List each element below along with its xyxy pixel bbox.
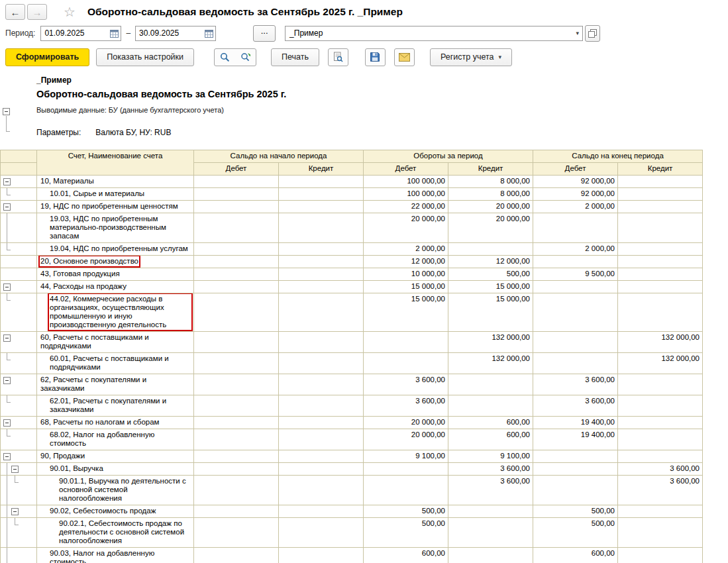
value-cell[interactable] xyxy=(279,429,364,450)
account-cell[interactable]: 10.01, Сырье и материалы xyxy=(37,188,194,201)
account-cell[interactable]: 68.02, Налог на добавленную стоимость xyxy=(37,429,194,450)
variant-combo[interactable]: _Пример ▾ xyxy=(285,26,583,41)
account-cell[interactable]: 20, Основное производство xyxy=(37,256,194,268)
value-cell[interactable] xyxy=(194,429,279,450)
value-cell[interactable] xyxy=(194,463,279,476)
value-cell[interactable]: 8 000,00 xyxy=(448,188,533,201)
value-cell[interactable] xyxy=(618,505,703,518)
account-cell[interactable]: 62, Расчеты с покупателями и заказчиками xyxy=(37,374,194,395)
account-cell[interactable]: 90.01.1, Выручка по деятельности с основ… xyxy=(37,476,194,505)
value-cell[interactable] xyxy=(194,374,279,395)
value-cell[interactable]: 3 600,00 xyxy=(618,463,703,476)
value-cell[interactable]: 132 000,00 xyxy=(448,332,533,353)
value-cell[interactable]: 9 500,00 xyxy=(533,268,618,281)
value-cell[interactable] xyxy=(194,293,279,332)
value-cell[interactable]: 500,00 xyxy=(364,518,448,548)
variant-choose-button[interactable] xyxy=(585,25,600,42)
period-to-field[interactable]: 30.09.2025 xyxy=(135,26,216,41)
value-cell[interactable]: 2 000,00 xyxy=(533,243,618,256)
col-header-credit[interactable]: Кредит xyxy=(618,163,703,176)
value-cell[interactable] xyxy=(618,201,703,213)
period-from-value[interactable]: 01.09.2025 xyxy=(41,28,107,38)
value-cell[interactable]: 15 000,00 xyxy=(364,293,448,332)
value-cell[interactable]: 500,00 xyxy=(533,505,618,518)
value-cell[interactable]: 9 100,00 xyxy=(448,450,533,463)
account-cell[interactable]: 90.02.1, Себестоимость продаж по деятель… xyxy=(37,518,194,548)
value-cell[interactable] xyxy=(194,548,279,563)
value-cell[interactable] xyxy=(194,281,279,293)
value-cell[interactable] xyxy=(194,450,279,463)
value-cell[interactable]: 9 100,00 xyxy=(364,450,448,463)
account-cell[interactable]: 44, Расходы на продажу xyxy=(37,281,194,293)
account-cell[interactable]: 19.03, НДС по приобретенным материально-… xyxy=(37,213,194,243)
value-cell[interactable] xyxy=(448,548,533,563)
value-cell[interactable]: 15 000,00 xyxy=(448,293,533,332)
account-cell[interactable]: 44.02, Коммерческие расходы в организаци… xyxy=(37,293,194,332)
value-cell[interactable] xyxy=(279,268,364,281)
value-cell[interactable]: 20 000,00 xyxy=(364,213,448,243)
group-expander[interactable] xyxy=(3,419,11,427)
value-cell[interactable]: 8 000,00 xyxy=(448,176,533,188)
group-expander[interactable] xyxy=(3,203,11,211)
group-expander[interactable] xyxy=(11,466,19,473)
col-header-debit[interactable]: Дебет xyxy=(194,163,279,176)
value-cell[interactable] xyxy=(194,395,279,417)
value-cell[interactable] xyxy=(194,505,279,518)
value-cell[interactable] xyxy=(279,293,364,332)
value-cell[interactable] xyxy=(618,429,703,450)
value-cell[interactable] xyxy=(279,417,364,429)
value-cell[interactable] xyxy=(279,450,364,463)
group-expander[interactable] xyxy=(3,178,11,185)
value-cell[interactable] xyxy=(618,395,703,417)
value-cell[interactable]: 2 000,00 xyxy=(364,243,448,256)
value-cell[interactable] xyxy=(533,332,618,353)
value-cell[interactable]: 600,00 xyxy=(448,417,533,429)
calendar-icon[interactable] xyxy=(202,26,215,40)
print-button[interactable]: Печать xyxy=(271,48,319,66)
account-cell[interactable]: 19, НДС по приобретенным ценностям xyxy=(37,201,194,213)
value-cell[interactable] xyxy=(279,463,364,476)
value-cell[interactable]: 12 000,00 xyxy=(448,256,533,268)
value-cell[interactable] xyxy=(618,417,703,429)
value-cell[interactable] xyxy=(279,353,364,374)
group-expander[interactable] xyxy=(3,108,10,115)
value-cell[interactable] xyxy=(279,395,364,417)
value-cell[interactable]: 3 600,00 xyxy=(364,395,448,417)
group-expander[interactable] xyxy=(3,377,11,384)
value-cell[interactable] xyxy=(618,213,703,243)
value-cell[interactable]: 20 000,00 xyxy=(364,429,448,450)
col-header-account[interactable]: Счет, Наименование счета xyxy=(37,150,194,176)
favorite-star-icon[interactable]: ☆ xyxy=(64,5,76,19)
value-cell[interactable] xyxy=(533,281,618,293)
value-cell[interactable]: 600,00 xyxy=(533,548,618,563)
account-cell[interactable]: 90.03, Налог на добавленную стоимость xyxy=(37,548,194,563)
value-cell[interactable]: 15 000,00 xyxy=(364,281,448,293)
value-cell[interactable] xyxy=(279,518,364,548)
value-cell[interactable]: 20 000,00 xyxy=(448,201,533,213)
value-cell[interactable] xyxy=(194,243,279,256)
value-cell[interactable]: 3 600,00 xyxy=(533,395,618,417)
value-cell[interactable]: 20 000,00 xyxy=(364,417,448,429)
combo-dropdown-icon[interactable]: ▾ xyxy=(573,30,583,36)
value-cell[interactable] xyxy=(279,213,364,243)
value-cell[interactable] xyxy=(618,268,703,281)
value-cell[interactable] xyxy=(618,256,703,268)
value-cell[interactable]: 132 000,00 xyxy=(618,353,703,374)
email-button[interactable] xyxy=(394,48,415,66)
value-cell[interactable] xyxy=(279,332,364,353)
col-header-debit[interactable]: Дебет xyxy=(364,163,448,176)
value-cell[interactable] xyxy=(533,450,618,463)
value-cell[interactable]: 3 600,00 xyxy=(618,476,703,505)
value-cell[interactable] xyxy=(279,188,364,201)
value-cell[interactable] xyxy=(533,463,618,476)
value-cell[interactable] xyxy=(279,201,364,213)
account-cell[interactable]: 60.01, Расчеты с поставщиками и подрядчи… xyxy=(37,353,194,374)
col-group-turnover[interactable]: Обороты за период xyxy=(364,150,533,163)
value-cell[interactable] xyxy=(194,417,279,429)
col-group-closing-balance[interactable]: Сальдо на конец периода xyxy=(533,150,703,163)
value-cell[interactable] xyxy=(194,268,279,281)
value-cell[interactable] xyxy=(533,213,618,243)
value-cell[interactable] xyxy=(533,353,618,374)
value-cell[interactable] xyxy=(448,395,533,417)
value-cell[interactable] xyxy=(618,450,703,463)
